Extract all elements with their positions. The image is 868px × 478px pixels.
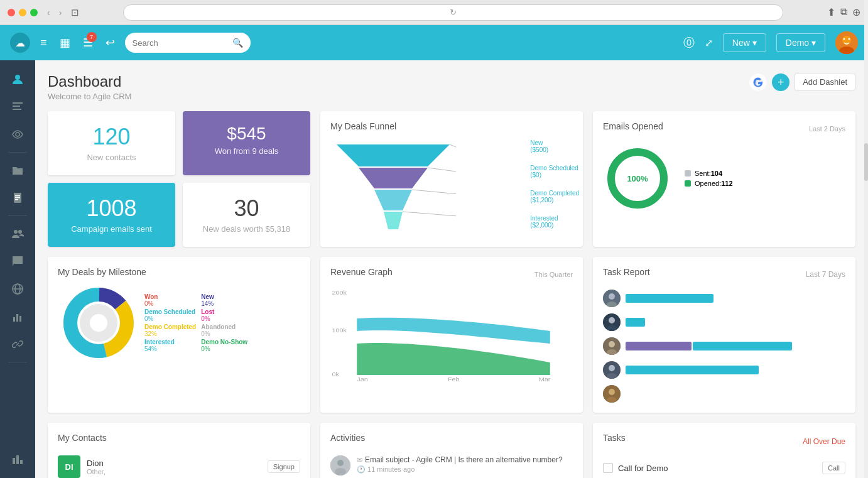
close-dot[interactable] (8, 9, 15, 16)
activity-text-1: Email subject - Agile CRM | Is there an … (365, 455, 563, 464)
dashboard-header: Dashboard Welcome to Agile CRM + Add Das… (48, 73, 855, 101)
refresh-icon[interactable]: ↻ (450, 8, 457, 17)
scrollbar-thumb[interactable] (864, 143, 868, 181)
content-area: Dashboard Welcome to Agile CRM + Add Das… (35, 60, 868, 478)
forward-arrow[interactable]: › (56, 6, 65, 19)
milestone-content: Won0% New14% Demo Scheduled0% Lost0% Dem… (58, 282, 300, 364)
svg-rect-12 (15, 197, 20, 198)
top-row: 120 New contacts $545 Won from 9 deals 1… (48, 111, 855, 247)
svg-rect-7 (13, 106, 20, 107)
nav-menu-icon[interactable]: ≡ (40, 36, 47, 50)
won-label: Won from 9 deals (193, 146, 300, 156)
dashboard-actions: + Add Dashlet (749, 73, 855, 91)
maximize-dot[interactable] (30, 9, 38, 16)
add-icon-circle[interactable]: + (772, 73, 789, 91)
main-layout: Dashboard Welcome to Agile CRM + Add Das… (0, 60, 868, 478)
sidebar-item-deals[interactable] (5, 94, 30, 119)
history-icon[interactable]: ↩ (106, 36, 115, 50)
envelope-icon: ✉ (357, 456, 362, 464)
tasks-title: Tasks (603, 433, 626, 443)
sidebar-item-chat[interactable] (5, 249, 30, 274)
contact-role-dion: Other, (87, 468, 261, 475)
new-deals-number: 30 (193, 195, 300, 222)
url-bar[interactable]: ↻ (123, 4, 783, 21)
milestone-demo-scheduled: Demo Scheduled0% (144, 308, 196, 322)
donut-percentage: 100% (627, 174, 648, 183)
list-icon[interactable]: ☰ 7 (83, 36, 93, 50)
user-avatar[interactable] (835, 31, 858, 54)
task-row-4 (603, 361, 845, 379)
svg-marker-28 (374, 190, 412, 210)
sidebar-item-globe[interactable] (5, 276, 30, 301)
emails-opened-title: Emails Opened (603, 121, 663, 131)
layout-toggle-icon[interactable]: ⊡ (71, 7, 79, 18)
search-bar[interactable]: 🔍 (125, 33, 251, 53)
tasks-due: All Over Due (803, 437, 845, 446)
svg-marker-26 (337, 144, 450, 166)
sidebar-item-links[interactable] (5, 332, 30, 357)
milestone-svg (58, 282, 139, 364)
task-row-5 (603, 385, 845, 403)
task-item-1: Call for Demo Call (603, 458, 845, 478)
back-arrow[interactable]: ‹ (44, 6, 53, 19)
sidebar-item-eye[interactable] (5, 122, 30, 147)
contact-action-signup[interactable]: Signup (268, 460, 300, 473)
google-icon[interactable] (749, 73, 767, 91)
sidebar-item-contacts[interactable] (5, 67, 30, 92)
scrollbar[interactable] (864, 0, 868, 478)
grid-icon[interactable]: ▦ (60, 36, 70, 50)
task-call-button[interactable]: Call (822, 462, 845, 474)
svg-rect-20 (16, 314, 18, 322)
task-report-header: Task Report Last 7 Days (603, 267, 845, 282)
new-deals-label: New deals worth $5,318 (193, 224, 300, 234)
search-input[interactable] (133, 38, 227, 48)
browser-bar: ‹ › ⊡ ↻ ⬆ ⧉ ⊕ (0, 0, 868, 25)
sidebar-item-bar-chart[interactable] (5, 447, 30, 472)
sidebar-item-document[interactable] (5, 185, 30, 210)
window-icon[interactable]: ⧉ (840, 6, 847, 18)
tasks-header: Tasks All Over Due (603, 433, 845, 450)
svg-rect-21 (19, 316, 21, 322)
share-icon[interactable]: ⬆ (827, 6, 835, 18)
contact-info-dion: Dion Other, (87, 459, 261, 475)
sidebar-item-folder[interactable] (5, 158, 30, 183)
task-rows (603, 290, 845, 403)
activity-content-1: ✉ Email subject - Agile CRM | Is there a… (357, 455, 563, 474)
demo-button[interactable]: Demo ▾ (776, 33, 825, 52)
app-logo[interactable]: ☁ (10, 33, 30, 53)
opened-value: 112 (721, 180, 732, 187)
revenue-svg: 200k 100k 0k Jan Feb Mar (330, 287, 573, 381)
task-checkbox-1[interactable] (603, 463, 613, 473)
tasks-card: Tasks All Over Due Call for Demo Call Fr… (593, 423, 855, 478)
svg-rect-24 (20, 460, 23, 464)
new-contacts-card: 120 New contacts (48, 111, 175, 175)
minimize-dot[interactable] (19, 9, 26, 16)
revenue-graph-card: Revenue Graph This Quarter 200k 100k 0k (320, 257, 583, 413)
svg-text:200k: 200k (332, 290, 347, 296)
svg-point-5 (15, 75, 20, 80)
page-title: Dashboard (48, 73, 131, 90)
activities-card: Activities ✉ Email subject - Agile CRM |… (320, 423, 583, 478)
activity-avatar-1 (330, 455, 350, 475)
svg-rect-11 (15, 195, 20, 197)
task-avatar-2 (603, 313, 621, 331)
download-icon[interactable]: ⊕ (852, 6, 860, 18)
donut-wrapper: 100% Sent:104 Opened:112 (603, 144, 845, 213)
expand-icon[interactable]: ⤢ (705, 37, 713, 49)
svg-point-57 (609, 365, 615, 371)
sidebar-item-team[interactable] (5, 221, 30, 246)
svg-point-64 (335, 468, 346, 475)
browser-actions: ⬆ ⧉ ⊕ (827, 6, 860, 18)
emails-opened-card: Emails Opened Last 2 Days 100% Sent:104 (593, 111, 855, 247)
dashboard-title-block: Dashboard Welcome to Agile CRM (48, 73, 131, 101)
svg-line-30 (450, 144, 456, 151)
add-dashlet-button[interactable]: Add Dashlet (795, 73, 855, 91)
notification-badge: 7 (87, 32, 97, 42)
sidebar-item-reports[interactable] (5, 304, 30, 329)
nav-arrows[interactable]: ‹ › (44, 6, 65, 19)
new-button[interactable]: New ▾ (723, 33, 766, 52)
help-icon[interactable]: ⓪ (683, 35, 695, 50)
legend-sent: Sent:104 (685, 170, 733, 177)
svg-point-1 (842, 36, 851, 45)
sidebar-divider-3 (8, 362, 27, 362)
